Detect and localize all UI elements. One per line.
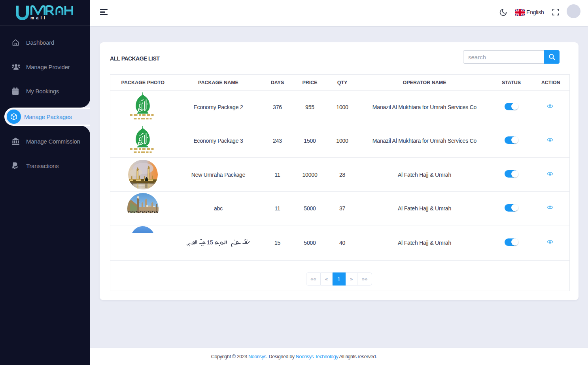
svg-text:mall: mall xyxy=(30,15,47,20)
svg-text:15: 15 xyxy=(207,239,213,246)
